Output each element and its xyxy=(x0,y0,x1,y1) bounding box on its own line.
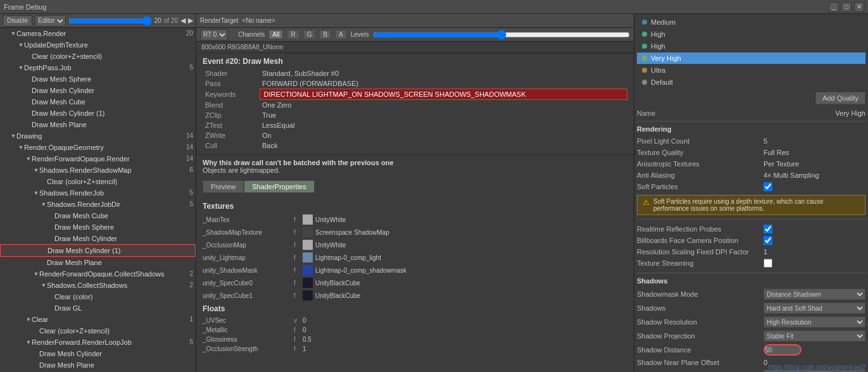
shadowmask-mode-row: Shadowmask Mode Distance Shadowm xyxy=(637,287,865,301)
quality-very-high[interactable]: Very High xyxy=(637,53,865,64)
shadow-projection-dropdown[interactable]: Stable Fit xyxy=(764,330,865,342)
close-button[interactable]: ✕ xyxy=(854,2,864,12)
detail-shader: Shader Standard, SubShader #0 xyxy=(203,68,627,78)
channel-g[interactable]: G xyxy=(303,30,316,39)
tree-item-clear-color[interactable]: Clear (color) xyxy=(0,291,196,302)
texture-quality-label: Texture Quality xyxy=(637,149,764,156)
tree-item-draw-sphere-1[interactable]: Draw Mesh Sphere xyxy=(0,73,196,85)
tree-item-draw-plane-1[interactable]: Draw Mesh Plane xyxy=(0,119,196,130)
event-title: Event #20: Draw Mesh xyxy=(203,57,627,66)
tree-item-shadow-renderjobdir[interactable]: ▼ Shadows.RenderJobDir 5 xyxy=(0,199,196,210)
tree-item-render-forward[interactable]: ▼ RenderForwardOpaque.Render 14 xyxy=(0,153,196,164)
batch-reason: Objects are lightmapped. xyxy=(203,166,280,174)
rendering-title: Rendering xyxy=(637,125,865,133)
tree-item-draw-gl[interactable]: Draw GL xyxy=(0,302,196,314)
tree-item-draw-cylinder-2[interactable]: Draw Mesh Cylinder (1) xyxy=(0,108,196,119)
tree-item-shadow-shadowmap[interactable]: ▼ Shadows.RenderShadowMap 6 xyxy=(0,164,196,176)
frame-slider[interactable] xyxy=(68,17,151,25)
tree-item-draw-cube-1[interactable]: Draw Mesh Cube xyxy=(0,96,196,108)
floats-section: Floats _UVSec v 0 _Metallic f 0 _Glossin… xyxy=(203,304,627,354)
tree-item-camera-render[interactable]: ▼ Camera.Render 20 xyxy=(0,28,196,39)
tree-item-depth-pass[interactable]: ▼ DepthPass.Job 5 xyxy=(0,62,196,73)
tree-item-collect-shadows[interactable]: ▼ RenderForwardOpaque.CollectShadows 2 xyxy=(0,268,196,280)
res-scaling-value: 1 xyxy=(764,248,865,256)
shadow-distance-input[interactable] xyxy=(764,344,802,356)
quality-high-2[interactable]: High xyxy=(637,40,865,52)
tex-row-shadowmap: _ShadowMapTexture f Screenspace ShadowMa… xyxy=(203,226,627,239)
add-quality-button[interactable]: Add Quality xyxy=(815,92,865,104)
shadow-distance-label: Shadow Distance xyxy=(637,346,764,354)
tree-item-render-opaque[interactable]: ▼ Render.OpaqueGeometry 14 xyxy=(0,142,196,153)
quality-high-1[interactable]: High xyxy=(637,28,865,40)
left-toolbar: Disable Editor 20 of 20 ◀ ▶ xyxy=(0,14,196,28)
tree-item-shadow-renderjob[interactable]: ▼ Shadows.RenderJob 5 xyxy=(0,187,196,199)
tree-item-clear-1[interactable]: Clear (color+Z+stencil) xyxy=(0,51,196,62)
quality-dot-high-1 xyxy=(642,32,647,37)
billboards-checkbox[interactable] xyxy=(764,236,772,245)
tab-preview[interactable]: Preview xyxy=(203,180,244,193)
tree-item-update-depth[interactable]: ▼ UpdateDepthTexture xyxy=(0,39,196,51)
tree-item-clear-4[interactable]: Clear (color+Z+stencil) xyxy=(0,325,196,337)
anti-aliasing-value: 4× Multi Sampling xyxy=(764,171,865,179)
rt-select[interactable]: RT 0 xyxy=(200,29,228,40)
tab-shader-properties[interactable]: ShaderProperties xyxy=(244,180,315,193)
tab-bar: Preview ShaderProperties xyxy=(196,178,634,195)
levels-slider[interactable] xyxy=(373,31,630,39)
event-detail: Event #20: Draw Mesh Shader Standard, Su… xyxy=(196,53,634,154)
tree-item-draw-sphere-2[interactable]: Draw Mesh Sphere xyxy=(0,221,196,233)
quality-medium[interactable]: Medium xyxy=(637,16,865,28)
maximize-button[interactable]: □ xyxy=(841,2,852,12)
shadow-distance-row: Shadow Distance xyxy=(637,343,865,357)
tex-row-speccube0: unity_SpecCube0 f UnityBlackCube xyxy=(203,276,627,289)
tree-item-clear-2[interactable]: Clear (color+Z+stencil) xyxy=(0,176,196,187)
tree-item-draw-cylinder-3[interactable]: Draw Mesh Cylinder xyxy=(0,233,196,244)
shadow-projection-label: Shadow Projection xyxy=(637,332,764,340)
tex-thumb-speccube0 xyxy=(303,278,313,288)
nav-left[interactable]: ◀ xyxy=(180,16,186,25)
tex-streaming-checkbox[interactable] xyxy=(764,259,772,268)
tree-item-draw-cylinder-1[interactable]: Draw Mesh Cylinder xyxy=(0,85,196,96)
shadows-row: Shadows Hard and Soft Shad xyxy=(637,301,865,315)
render-target-value: <No name> xyxy=(242,17,275,24)
channel-b[interactable]: B xyxy=(319,30,331,39)
tree-item-draw-cylinder-5[interactable]: Draw Mesh Cylinder xyxy=(0,348,196,359)
tree-container: ▼ Camera.Render 20 ▼ UpdateDepthTexture … xyxy=(0,28,196,372)
detail-zclip: ZClip True xyxy=(203,110,627,120)
texture-quality-row: Texture Quality Full Res xyxy=(637,147,865,158)
tree-item-render-loop[interactable]: ▼ RenderForward.RenderLoopJob 5 xyxy=(0,337,196,348)
shadow-resolution-dropdown[interactable]: High Resolution xyxy=(764,316,865,328)
channel-all[interactable]: All xyxy=(268,30,283,39)
nav-right[interactable]: ▶ xyxy=(188,16,193,25)
tree-item-draw-plane-3[interactable]: Draw Mesh Plane xyxy=(0,359,196,371)
texture-quality-value: Full Res xyxy=(764,149,865,156)
tex-row-speccube1: unity_SpecCube1 f UnityBlackCube xyxy=(203,289,627,302)
reflection-section: Realtime Reflection Probes Billboards Fa… xyxy=(637,219,865,269)
shadowmask-mode-dropdown[interactable]: Distance Shadowm xyxy=(764,288,865,300)
editor-select[interactable]: Editor xyxy=(35,15,66,27)
tree-item-clear-3[interactable]: ▼ Clear 1 xyxy=(0,314,196,325)
soft-particles-checkbox[interactable] xyxy=(764,182,772,191)
tree-item-draw-cylinder-4-highlighted[interactable]: Draw Mesh Cylinder (1) xyxy=(0,244,196,257)
channel-r[interactable]: R xyxy=(287,30,299,39)
minimize-button[interactable]: _ xyxy=(829,2,839,12)
realtime-reflection-checkbox[interactable] xyxy=(764,225,772,233)
tree-item-drawing[interactable]: ▼ Drawing 14 xyxy=(0,130,196,142)
tex-thumb-speccube1 xyxy=(303,290,313,301)
shadow-resolution-row: Shadow Resolution High Resolution xyxy=(637,315,865,329)
tex-thumb-shadowmap xyxy=(303,227,313,237)
tree-item-shadows-collect[interactable]: ▼ Shadows.CollectShadows 2 xyxy=(0,280,196,291)
shadows-dropdown[interactable]: Hard and Soft Shad xyxy=(764,302,865,314)
warning-icon: ⚠ xyxy=(643,198,650,207)
quality-dot-medium xyxy=(642,20,647,25)
disable-button[interactable]: Disable xyxy=(3,15,32,27)
textures-section: Textures _MainTex f UnityWhite _ShadowMa… xyxy=(203,202,627,302)
tree-item-draw-plane-2[interactable]: Draw Mesh Plane xyxy=(0,257,196,268)
quality-ultra[interactable]: Ultra xyxy=(637,65,865,76)
shadowmask-mode-label: Shadowmask Mode xyxy=(637,290,764,298)
quality-default[interactable]: Default xyxy=(637,77,865,88)
tree-item-draw-cube-2[interactable]: Draw Mesh Cube xyxy=(0,210,196,221)
name-label: Name xyxy=(637,109,675,117)
shadows-section: Shadows Shadowmask Mode Distance Shadowm… xyxy=(637,273,865,372)
channel-a[interactable]: A xyxy=(335,30,347,39)
shadows-label: Shadows xyxy=(637,304,764,312)
